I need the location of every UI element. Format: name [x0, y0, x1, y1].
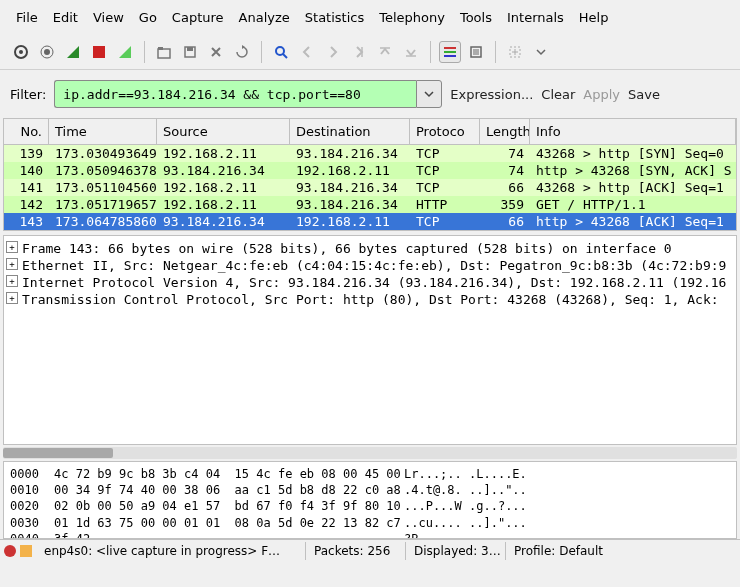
expand-icon[interactable]: +: [6, 241, 18, 253]
close-file-icon[interactable]: [205, 41, 227, 63]
restart-capture-icon[interactable]: [114, 41, 136, 63]
hex-row[interactable]: 002002 0b 00 50 a9 04 e1 57 bd 67 f0 f4 …: [10, 498, 730, 514]
status-displayed: Displayed: 3…: [406, 542, 506, 560]
svg-point-3: [44, 49, 50, 55]
start-capture-icon[interactable]: [62, 41, 84, 63]
menu-edit[interactable]: Edit: [47, 8, 84, 27]
tree-item[interactable]: +Ethernet II, Src: Netgear_4c:fe:eb (c4:…: [6, 257, 734, 274]
go-to-packet-icon[interactable]: [348, 41, 370, 63]
stop-capture-icon[interactable]: [88, 41, 110, 63]
hex-row[interactable]: 00403f 42?B: [10, 531, 730, 539]
options-icon[interactable]: [36, 41, 58, 63]
dropdown-icon[interactable]: [530, 41, 552, 63]
apply-button[interactable]: Apply: [583, 87, 620, 102]
col-header-source[interactable]: Source: [157, 119, 290, 144]
save-file-icon[interactable]: [179, 41, 201, 63]
col-header-protocol[interactable]: Protoco: [410, 119, 480, 144]
table-row[interactable]: 143173.06478586093.184.216.34192.168.2.1…: [4, 213, 736, 230]
filter-input[interactable]: [54, 80, 416, 108]
table-row[interactable]: 139173.030493649192.168.2.1193.184.216.3…: [4, 145, 736, 162]
interfaces-icon[interactable]: [10, 41, 32, 63]
tree-label: Transmission Control Protocol, Src Port:…: [22, 292, 719, 307]
go-last-icon[interactable]: [400, 41, 422, 63]
packet-rows: 139173.030493649192.168.2.1193.184.216.3…: [4, 145, 736, 230]
go-first-icon[interactable]: [374, 41, 396, 63]
scrollbar-thumb[interactable]: [3, 448, 113, 458]
status-interface[interactable]: enp4s0: <live capture in progress> F…: [36, 542, 306, 560]
toolbar-separator: [495, 41, 496, 63]
filter-dropdown-button[interactable]: [416, 80, 442, 108]
toolbar: [0, 35, 740, 70]
menu-view[interactable]: View: [87, 8, 130, 27]
hex-row[interactable]: 003001 1d 63 75 00 00 01 01 08 0a 5d 0e …: [10, 515, 730, 531]
clear-button[interactable]: Clear: [541, 87, 575, 102]
save-button[interactable]: Save: [628, 87, 660, 102]
packet-list-header: No. Time Source Destination Protoco Leng…: [4, 119, 736, 145]
auto-scroll-icon[interactable]: [465, 41, 487, 63]
filter-label: Filter:: [10, 87, 46, 102]
menu-tools[interactable]: Tools: [454, 8, 498, 27]
expand-icon[interactable]: +: [6, 292, 18, 304]
toolbar-separator: [144, 41, 145, 63]
tree-label: Ethernet II, Src: Netgear_4c:fe:eb (c4:0…: [22, 258, 726, 273]
open-file-icon[interactable]: [153, 41, 175, 63]
reload-icon[interactable]: [231, 41, 253, 63]
go-forward-icon[interactable]: [322, 41, 344, 63]
packet-details-pane[interactable]: +Frame 143: 66 bytes on wire (528 bits),…: [3, 235, 737, 445]
svg-rect-5: [158, 49, 170, 58]
col-header-destination[interactable]: Destination: [290, 119, 410, 144]
col-header-time[interactable]: Time: [49, 119, 157, 144]
col-header-info[interactable]: Info: [530, 119, 736, 144]
svg-point-9: [276, 47, 284, 55]
menu-capture[interactable]: Capture: [166, 8, 230, 27]
status-profile[interactable]: Profile: Default: [506, 542, 740, 560]
status-bar: enp4s0: <live capture in progress> F… Pa…: [0, 539, 740, 561]
svg-rect-4: [93, 46, 105, 58]
packet-list: No. Time Source Destination Protoco Leng…: [3, 118, 737, 231]
find-icon[interactable]: [270, 41, 292, 63]
filter-input-group: [54, 80, 442, 108]
toolbar-separator: [430, 41, 431, 63]
svg-rect-6: [158, 47, 163, 50]
menu-statistics[interactable]: Statistics: [299, 8, 370, 27]
tree-item[interactable]: +Frame 143: 66 bytes on wire (528 bits),…: [6, 240, 734, 257]
edit-icon: [20, 545, 32, 557]
hex-row[interactable]: 001000 34 9f 74 40 00 38 06 aa c1 5d b8 …: [10, 482, 730, 498]
menu-help[interactable]: Help: [573, 8, 615, 27]
go-back-icon[interactable]: [296, 41, 318, 63]
table-row[interactable]: 140173.05094637893.184.216.34192.168.2.1…: [4, 162, 736, 179]
menu-file[interactable]: File: [10, 8, 44, 27]
expand-icon[interactable]: +: [6, 258, 18, 270]
chevron-down-icon: [424, 89, 434, 99]
svg-rect-8: [187, 47, 193, 51]
tree-label: Frame 143: 66 bytes on wire (528 bits), …: [22, 241, 672, 256]
tree-item[interactable]: +Transmission Control Protocol, Src Port…: [6, 291, 734, 308]
menu-telephony[interactable]: Telephony: [373, 8, 451, 27]
menubar: File Edit View Go Capture Analyze Statis…: [0, 0, 740, 35]
table-row[interactable]: 141173.051104560192.168.2.1193.184.216.3…: [4, 179, 736, 196]
expand-icon[interactable]: +: [6, 275, 18, 287]
capture-running-icon: [4, 545, 16, 557]
zoom-in-icon[interactable]: [504, 41, 526, 63]
svg-rect-11: [444, 51, 456, 53]
svg-rect-12: [444, 55, 456, 57]
menu-go[interactable]: Go: [133, 8, 163, 27]
svg-rect-10: [444, 47, 456, 49]
horizontal-scrollbar[interactable]: [3, 447, 737, 459]
tree-item[interactable]: +Internet Protocol Version 4, Src: 93.18…: [6, 274, 734, 291]
filter-bar: Filter: Expression... Clear Apply Save: [0, 70, 740, 118]
packet-bytes-pane[interactable]: 00004c 72 b9 9c b8 3b c4 04 15 4c fe eb …: [3, 461, 737, 539]
status-packets: Packets: 256: [306, 542, 406, 560]
status-icons: [0, 545, 36, 557]
table-row[interactable]: 142173.051719657192.168.2.1193.184.216.3…: [4, 196, 736, 213]
menu-internals[interactable]: Internals: [501, 8, 570, 27]
toolbar-separator: [261, 41, 262, 63]
tree-label: Internet Protocol Version 4, Src: 93.184…: [22, 275, 726, 290]
colorize-icon[interactable]: [439, 41, 461, 63]
menu-analyze[interactable]: Analyze: [233, 8, 296, 27]
expression-button[interactable]: Expression...: [450, 87, 533, 102]
hex-row[interactable]: 00004c 72 b9 9c b8 3b c4 04 15 4c fe eb …: [10, 466, 730, 482]
col-header-length[interactable]: Length: [480, 119, 530, 144]
svg-point-1: [19, 50, 23, 54]
col-header-no[interactable]: No.: [4, 119, 49, 144]
